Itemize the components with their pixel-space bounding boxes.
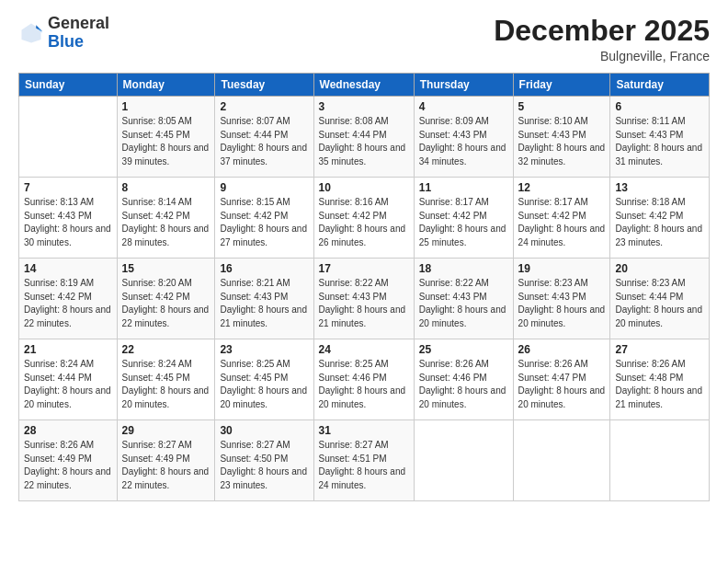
day-detail: Sunrise: 8:08 AMSunset: 4:44 PMDaylight:… [319,116,406,167]
table-row: 2 Sunrise: 8:07 AMSunset: 4:44 PMDayligh… [215,97,313,178]
calendar-header-row: Sunday Monday Tuesday Wednesday Thursday… [19,74,710,97]
day-detail: Sunrise: 8:26 AMSunset: 4:46 PMDaylight:… [419,359,506,409]
day-detail: Sunrise: 8:05 AMSunset: 4:45 PMDaylight:… [122,116,210,167]
day-number: 18 [419,262,508,275]
day-number: 11 [419,181,508,194]
day-number: 27 [615,343,704,356]
table-row: 5 Sunrise: 8:10 AMSunset: 4:43 PMDayligh… [513,97,610,178]
table-row: 8 Sunrise: 8:14 AMSunset: 4:42 PMDayligh… [117,178,215,259]
day-detail: Sunrise: 8:11 AMSunset: 4:43 PMDaylight:… [615,116,702,167]
day-number: 14 [24,262,112,275]
table-row: 23 Sunrise: 8:25 AMSunset: 4:45 PMDaylig… [215,339,313,420]
day-detail: Sunrise: 8:26 AMSunset: 4:48 PMDaylight:… [615,359,702,409]
calendar-week-2: 7 Sunrise: 8:13 AMSunset: 4:43 PMDayligh… [19,178,710,259]
table-row: 11 Sunrise: 8:17 AMSunset: 4:42 PMDaylig… [414,178,513,259]
day-number: 15 [122,262,210,275]
logo-general-text: General [48,14,109,32]
day-number: 10 [319,181,409,194]
table-row: 4 Sunrise: 8:09 AMSunset: 4:43 PMDayligh… [414,97,513,178]
day-detail: Sunrise: 8:21 AMSunset: 4:43 PMDaylight:… [220,278,307,328]
day-detail: Sunrise: 8:23 AMSunset: 4:43 PMDaylight:… [518,278,606,328]
day-detail: Sunrise: 8:27 AMSunset: 4:49 PMDaylight:… [122,440,210,490]
day-detail: Sunrise: 8:19 AMSunset: 4:42 PMDaylight:… [24,278,111,328]
day-number: 26 [518,343,606,356]
day-number: 19 [518,262,606,275]
table-row: 7 Sunrise: 8:13 AMSunset: 4:43 PMDayligh… [19,178,118,259]
col-wednesday: Wednesday [313,74,414,97]
table-row: 20 Sunrise: 8:23 AMSunset: 4:44 PMDaylig… [610,259,710,339]
table-row: 14 Sunrise: 8:19 AMSunset: 4:42 PMDaylig… [19,259,118,339]
day-number: 16 [220,262,308,275]
calendar-week-3: 14 Sunrise: 8:19 AMSunset: 4:42 PMDaylig… [19,259,710,339]
day-number: 23 [220,343,308,356]
header: General Blue December 2025 Bulgneville, … [18,15,710,63]
day-number: 13 [615,181,704,194]
col-tuesday: Tuesday [215,74,313,97]
table-row: 15 Sunrise: 8:20 AMSunset: 4:42 PMDaylig… [117,259,215,339]
table-row [513,420,610,501]
calendar: Sunday Monday Tuesday Wednesday Thursday… [18,73,710,501]
table-row: 27 Sunrise: 8:26 AMSunset: 4:48 PMDaylig… [610,339,710,420]
table-row: 3 Sunrise: 8:08 AMSunset: 4:44 PMDayligh… [313,97,414,178]
table-row: 13 Sunrise: 8:18 AMSunset: 4:42 PMDaylig… [610,178,710,259]
day-number: 17 [319,262,409,275]
day-detail: Sunrise: 8:25 AMSunset: 4:45 PMDaylight:… [220,359,307,409]
col-saturday: Saturday [610,74,710,97]
day-detail: Sunrise: 8:24 AMSunset: 4:45 PMDaylight:… [122,359,210,409]
day-number: 4 [419,100,508,113]
col-friday: Friday [513,74,610,97]
day-number: 29 [122,424,210,437]
day-number: 21 [24,343,112,356]
table-row [414,420,513,501]
day-number: 9 [220,181,308,194]
table-row: 12 Sunrise: 8:17 AMSunset: 4:42 PMDaylig… [513,178,610,259]
table-row: 26 Sunrise: 8:26 AMSunset: 4:47 PMDaylig… [513,339,610,420]
logo-icon [18,20,44,46]
svg-marker-0 [22,23,41,42]
day-number: 25 [419,343,508,356]
day-detail: Sunrise: 8:22 AMSunset: 4:43 PMDaylight:… [419,278,506,328]
day-detail: Sunrise: 8:18 AMSunset: 4:42 PMDaylight:… [615,197,702,247]
table-row: 24 Sunrise: 8:25 AMSunset: 4:46 PMDaylig… [313,339,414,420]
day-detail: Sunrise: 8:17 AMSunset: 4:42 PMDaylight:… [419,197,506,247]
day-detail: Sunrise: 8:10 AMSunset: 4:43 PMDaylight:… [518,116,606,167]
title-block: December 2025 Bulgneville, France [494,15,710,63]
table-row: 21 Sunrise: 8:24 AMSunset: 4:44 PMDaylig… [19,339,118,420]
location: Bulgneville, France [494,49,710,63]
day-number: 5 [518,100,606,113]
day-number: 3 [319,100,409,113]
day-detail: Sunrise: 8:20 AMSunset: 4:42 PMDaylight:… [122,278,210,328]
day-number: 7 [24,181,112,194]
table-row: 18 Sunrise: 8:22 AMSunset: 4:43 PMDaylig… [414,259,513,339]
day-detail: Sunrise: 8:09 AMSunset: 4:43 PMDaylight:… [419,116,506,167]
table-row: 30 Sunrise: 8:27 AMSunset: 4:50 PMDaylig… [215,420,313,501]
day-number: 24 [319,343,409,356]
day-detail: Sunrise: 8:25 AMSunset: 4:46 PMDaylight:… [319,359,406,409]
day-detail: Sunrise: 8:16 AMSunset: 4:42 PMDaylight:… [319,197,406,247]
day-detail: Sunrise: 8:27 AMSunset: 4:51 PMDaylight:… [319,440,406,490]
table-row: 22 Sunrise: 8:24 AMSunset: 4:45 PMDaylig… [117,339,215,420]
day-detail: Sunrise: 8:14 AMSunset: 4:42 PMDaylight:… [122,197,210,247]
table-row: 28 Sunrise: 8:26 AMSunset: 4:49 PMDaylig… [19,420,118,501]
calendar-week-1: 1 Sunrise: 8:05 AMSunset: 4:45 PMDayligh… [19,97,710,178]
day-detail: Sunrise: 8:24 AMSunset: 4:44 PMDaylight:… [24,359,111,409]
day-number: 31 [319,424,409,437]
table-row: 17 Sunrise: 8:22 AMSunset: 4:43 PMDaylig… [313,259,414,339]
table-row: 1 Sunrise: 8:05 AMSunset: 4:45 PMDayligh… [117,97,215,178]
table-row: 29 Sunrise: 8:27 AMSunset: 4:49 PMDaylig… [117,420,215,501]
table-row [19,97,118,178]
month-title: December 2025 [494,15,710,47]
day-detail: Sunrise: 8:13 AMSunset: 4:43 PMDaylight:… [24,197,111,247]
table-row: 19 Sunrise: 8:23 AMSunset: 4:43 PMDaylig… [513,259,610,339]
logo: General Blue [18,15,109,52]
table-row: 10 Sunrise: 8:16 AMSunset: 4:42 PMDaylig… [313,178,414,259]
table-row: 31 Sunrise: 8:27 AMSunset: 4:51 PMDaylig… [313,420,414,501]
day-number: 28 [24,424,112,437]
calendar-week-4: 21 Sunrise: 8:24 AMSunset: 4:44 PMDaylig… [19,339,710,420]
col-thursday: Thursday [414,74,513,97]
day-number: 30 [220,424,308,437]
calendar-week-5: 28 Sunrise: 8:26 AMSunset: 4:49 PMDaylig… [19,420,710,501]
day-number: 12 [518,181,606,194]
logo-blue-text: Blue [48,32,84,51]
day-number: 6 [615,100,704,113]
